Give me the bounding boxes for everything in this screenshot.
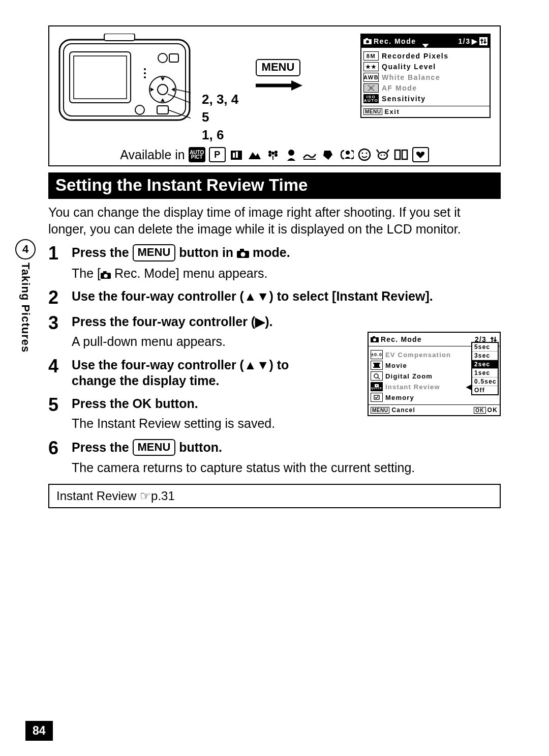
menu-button-label: MENU bbox=[256, 59, 301, 76]
dropdown-option: 5sec bbox=[472, 343, 498, 352]
svg-point-30 bbox=[268, 151, 271, 154]
mode-digital-sr-icon bbox=[339, 148, 354, 161]
svg-rect-22 bbox=[484, 39, 485, 44]
footer-ok-button: OK bbox=[474, 407, 485, 414]
menu-item-white-balance: White Balance bbox=[382, 73, 440, 81]
svg-point-20 bbox=[366, 40, 369, 43]
available-in-label: Available in bbox=[120, 148, 185, 162]
svg-rect-2 bbox=[104, 34, 135, 41]
svg-point-34 bbox=[288, 150, 294, 156]
svg-rect-43 bbox=[402, 150, 407, 159]
svg-rect-25 bbox=[370, 87, 372, 89]
svg-rect-62 bbox=[103, 271, 107, 273]
mode-landscape-icon bbox=[248, 148, 262, 161]
label-steps-234: 2, 3, 4 bbox=[202, 91, 242, 108]
rec-mode-menu-screen-1: Rec. Mode 1/3 ▶ 8MRecorded Pixels ★★Qual… bbox=[360, 34, 491, 118]
camera-icon bbox=[237, 249, 249, 258]
svg-rect-50 bbox=[494, 340, 497, 341]
svg-rect-19 bbox=[365, 38, 368, 40]
footer-ok-label: OK bbox=[487, 406, 498, 414]
sensitivity-icon: ISOAUTO bbox=[363, 94, 379, 103]
svg-point-46 bbox=[373, 338, 376, 341]
svg-rect-59 bbox=[240, 249, 244, 251]
svg-rect-53 bbox=[373, 367, 380, 368]
label-step-5: 5 bbox=[202, 108, 242, 126]
svg-rect-28 bbox=[236, 152, 238, 158]
menu-item-ev-compensation: EV Compensation bbox=[385, 351, 451, 359]
svg-point-33 bbox=[274, 154, 278, 157]
svg-rect-57 bbox=[374, 395, 379, 399]
svg-rect-48 bbox=[495, 337, 496, 342]
page-number: 84 bbox=[25, 721, 53, 741]
svg-rect-24 bbox=[483, 42, 486, 43]
footer-menu-button: MENU bbox=[371, 407, 389, 414]
svg-point-29 bbox=[271, 152, 274, 155]
camera-illustration bbox=[58, 34, 191, 132]
chapter-number: 4 bbox=[15, 239, 36, 259]
quality-level-icon: ★★ bbox=[363, 62, 379, 71]
svg-point-31 bbox=[274, 151, 278, 154]
memory-icon bbox=[371, 393, 383, 402]
dropdown-option: 3sec bbox=[472, 352, 498, 360]
menu-item-sensitivity: Sensitivity bbox=[382, 95, 426, 103]
chapter-label: Taking Pictures bbox=[19, 263, 32, 353]
ev-comp-icon: ±0.0 bbox=[371, 350, 383, 359]
steps-list: Rec. Mode 2/3 ±0.0EV Compensation Movie … bbox=[48, 244, 501, 476]
mode-autopict-icon: AUTOPICT bbox=[189, 147, 205, 162]
mode-flower-icon bbox=[266, 148, 281, 161]
step-6: 6 Press the MENU button. The camera retu… bbox=[48, 439, 501, 476]
camera-icon bbox=[371, 336, 379, 342]
page-title: Setting the Instant Review Time bbox=[48, 172, 501, 199]
svg-line-55 bbox=[378, 377, 380, 379]
dropdown-option: 1sec bbox=[472, 369, 498, 377]
svg-point-5 bbox=[158, 53, 167, 63]
mode-heart-icon bbox=[412, 147, 429, 162]
svg-rect-1 bbox=[64, 44, 186, 116]
scroll-down-icon bbox=[422, 41, 429, 49]
svg-point-8 bbox=[158, 84, 168, 95]
page-right-icon: ▶ bbox=[472, 37, 478, 45]
svg-point-15 bbox=[144, 72, 146, 74]
svg-rect-3 bbox=[70, 52, 131, 103]
reference-box: Instant Review ☞p.31 bbox=[48, 484, 501, 508]
footer-exit: Exit bbox=[384, 108, 400, 115]
svg-point-54 bbox=[374, 374, 378, 378]
svg-point-36 bbox=[359, 149, 370, 160]
svg-point-39 bbox=[378, 152, 387, 159]
camera-icon bbox=[363, 38, 372, 44]
mode-surf-icon bbox=[302, 148, 317, 161]
af-mode-icon bbox=[363, 83, 379, 93]
footer-cancel: Cancel bbox=[391, 406, 415, 414]
svg-point-40 bbox=[381, 155, 382, 156]
step-1: 1 Press the MENU button in mode. The [ R… bbox=[48, 244, 501, 281]
menu-item-recorded-pixels: Recorded Pixels bbox=[382, 52, 448, 60]
svg-point-37 bbox=[362, 153, 363, 154]
svg-rect-21 bbox=[481, 39, 482, 44]
menu-item-af-mode: AF Mode bbox=[382, 84, 417, 92]
step-2: 2 Use the four-way controller (▲▼) to se… bbox=[48, 288, 501, 307]
svg-point-60 bbox=[241, 252, 246, 257]
svg-rect-47 bbox=[492, 337, 493, 342]
recorded-pixels-icon: 8M bbox=[363, 51, 379, 61]
movie-icon bbox=[371, 361, 383, 370]
menu-item-movie: Movie bbox=[385, 362, 407, 369]
instant-review-icon: QUICK bbox=[371, 382, 383, 391]
setup-tab-icon bbox=[479, 37, 487, 45]
svg-point-63 bbox=[104, 274, 108, 278]
svg-rect-23 bbox=[480, 40, 483, 41]
mode-pet-icon bbox=[376, 148, 390, 161]
svg-rect-4 bbox=[74, 56, 127, 99]
menu-item-memory: Memory bbox=[385, 394, 414, 401]
instant-review-dropdown: 5sec 3sec 2sec 1sec 0.5sec Off bbox=[471, 342, 499, 395]
svg-point-41 bbox=[384, 155, 385, 156]
digital-zoom-icon bbox=[371, 371, 383, 381]
mode-kids-icon bbox=[357, 148, 372, 161]
chapter-tab: 4 Taking Pictures bbox=[15, 239, 36, 353]
svg-rect-10 bbox=[157, 106, 168, 114]
svg-rect-51 bbox=[374, 364, 379, 367]
dropdown-option: 0.5sec bbox=[472, 377, 498, 386]
menu-item-digital-zoom: Digital Zoom bbox=[385, 372, 433, 380]
svg-rect-49 bbox=[491, 338, 494, 339]
mode-frame-icon bbox=[394, 148, 409, 161]
white-balance-icon: AWB bbox=[363, 73, 379, 82]
